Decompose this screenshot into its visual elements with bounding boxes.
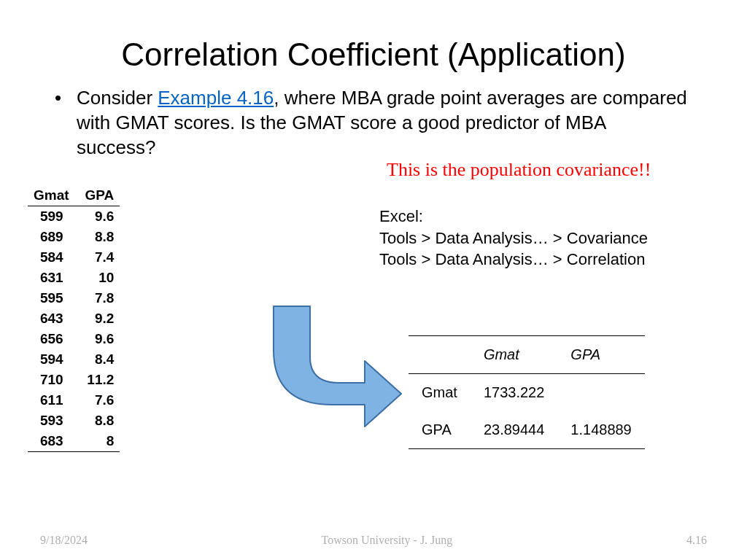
cov-cell: 1.148889 [557,411,644,449]
slide-title: Correlation Coefficient (Application) [29,36,718,73]
table-row: 6569.6 [28,329,120,349]
cov-header-gmat: Gmat [471,336,557,374]
cov-row: Gmat 1733.222 [409,374,645,412]
footer-center: Towson University - J. Jung [322,534,453,547]
slide: Correlation Coefficient (Application) Co… [0,0,747,560]
table-row: 6898.8 [28,227,120,247]
cov-row: GPA 23.89444 1.148889 [409,411,645,449]
table-row: 5847.4 [28,247,120,268]
bullet-point: Consider Example 4.16, where MBA grade p… [29,86,718,160]
cov-cell: 23.89444 [471,411,557,449]
table-row: 6838 [28,431,120,452]
excel-line-2: Tools > Data Analysis… > Correlation [379,249,648,271]
cov-cell [557,374,644,412]
arrow-icon [252,299,405,438]
data-header-gpa: GPA [80,185,120,206]
table-row: 5948.4 [28,349,120,370]
table-row: 6117.6 [28,390,120,411]
footer: 9/18/2024 Towson University - J. Jung 4.… [0,534,747,547]
example-link[interactable]: Example 4.16 [158,87,274,109]
table-row: 5957.8 [28,288,120,308]
bullet-pre: Consider [77,87,158,109]
excel-title: Excel: [379,206,648,228]
table-row: 63110 [28,268,120,288]
cov-header-row: Gmat GPA [409,336,645,374]
cov-row-label: GPA [409,411,471,449]
data-table-body: 5999.6 6898.8 5847.4 63110 5957.8 6439.2… [28,206,120,452]
cov-header-gpa: GPA [557,336,644,374]
data-header-gmat: Gmat [28,185,80,206]
table-row: 5938.8 [28,411,120,431]
data-table-header-row: Gmat GPA [28,185,120,206]
excel-instructions: Excel: Tools > Data Analysis… > Covarian… [379,206,648,271]
covariance-table: Gmat GPA Gmat 1733.222 GPA 23.89444 1.14… [409,335,645,449]
footer-date: 9/18/2024 [40,534,88,547]
data-table: Gmat GPA 5999.6 6898.8 5847.4 63110 5957… [28,185,120,452]
cov-cell: 1733.222 [471,374,557,412]
covariance-note: This is the population covariance!! [387,159,651,181]
cov-header-empty [409,336,471,374]
excel-line-1: Tools > Data Analysis… > Covariance [379,228,648,249]
table-row: 5999.6 [28,206,120,228]
cov-row-label: Gmat [409,374,471,412]
footer-page: 4.16 [686,534,707,547]
table-row: 71011.2 [28,370,120,390]
table-row: 6439.2 [28,308,120,329]
